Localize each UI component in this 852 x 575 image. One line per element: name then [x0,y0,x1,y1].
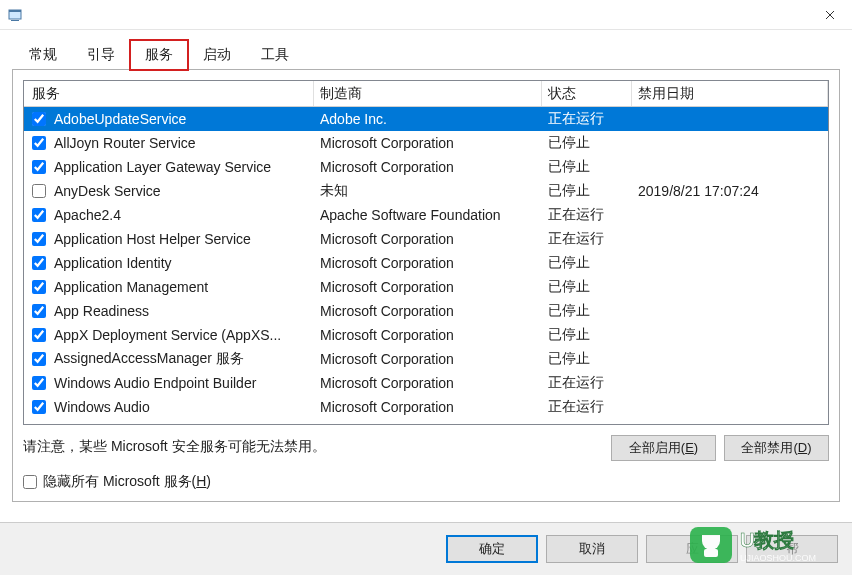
service-row[interactable]: AnyDesk Service未知已停止2019/8/21 17:07:24 [24,179,828,203]
service-status: 正在运行 [542,206,632,224]
service-status: 已停止 [542,302,632,320]
service-name: Windows Audio Endpoint Builder [48,375,314,391]
service-checkbox[interactable] [32,328,46,342]
service-checkbox[interactable] [32,160,46,174]
service-status: 已停止 [542,182,632,200]
service-status: 已停止 [542,254,632,272]
service-checkbox[interactable] [32,376,46,390]
service-checkbox[interactable] [32,136,46,150]
service-row[interactable]: App ReadinessMicrosoft Corporation已停止 [24,299,828,323]
service-row[interactable]: Application IdentityMicrosoft Corporatio… [24,251,828,275]
service-status: 已停止 [542,158,632,176]
service-status: 已停止 [542,350,632,368]
tabstrip: 常规引导服务启动工具 [0,30,852,70]
dialog-button-row: 确定 取消 应 帮 [0,522,852,575]
listview-header[interactable]: 服务 制造商 状态 禁用日期 [24,81,828,107]
hide-microsoft-label: 隐藏所有 Microsoft 服务(H) [43,473,211,491]
service-name: AppX Deployment Service (AppXS... [48,327,314,343]
service-vendor: Microsoft Corporation [314,135,542,151]
service-row[interactable]: AppX Deployment Service (AppXS...Microso… [24,323,828,347]
service-status: 正在运行 [542,110,632,128]
column-vendor[interactable]: 制造商 [314,81,542,106]
service-row[interactable]: Apache2.4Apache Software Foundation正在运行 [24,203,828,227]
titlebar [0,0,852,30]
service-status: 正在运行 [542,230,632,248]
service-status: 正在运行 [542,374,632,392]
tab-2[interactable]: 服务 [130,40,188,70]
note-text: 请注意，某些 Microsoft 安全服务可能无法禁用。 [23,435,326,456]
app-icon [8,7,24,23]
service-vendor: Microsoft Corporation [314,375,542,391]
service-status: 已停止 [542,326,632,344]
help-button[interactable]: 帮 [746,535,838,563]
service-row[interactable]: AdobeUpdateServiceAdobe Inc.正在运行 [24,107,828,131]
service-vendor: Microsoft Corporation [314,399,542,415]
service-vendor: Microsoft Corporation [314,231,542,247]
svg-rect-2 [11,20,19,21]
services-listview[interactable]: 服务 制造商 状态 禁用日期 AdobeUpdateServiceAdobe I… [23,80,829,425]
service-name: AnyDesk Service [48,183,314,199]
service-checkbox[interactable] [32,232,46,246]
service-row[interactable]: AssignedAccessManager 服务Microsoft Corpor… [24,347,828,371]
cancel-button[interactable]: 取消 [546,535,638,563]
service-checkbox[interactable] [32,112,46,126]
service-vendor: Adobe Inc. [314,111,542,127]
service-row[interactable]: AllJoyn Router ServiceMicrosoft Corporat… [24,131,828,155]
service-name: AllJoyn Router Service [48,135,314,151]
service-vendor: Microsoft Corporation [314,327,542,343]
service-checkbox[interactable] [32,352,46,366]
service-name: Application Management [48,279,314,295]
tab-panel-services: 服务 制造商 状态 禁用日期 AdobeUpdateServiceAdobe I… [12,69,840,502]
service-vendor: Apache Software Foundation [314,207,542,223]
listview-body[interactable]: AdobeUpdateServiceAdobe Inc.正在运行AllJoyn … [24,107,828,424]
service-vendor: Microsoft Corporation [314,279,542,295]
close-button[interactable] [807,0,852,30]
hide-microsoft-checkbox[interactable]: 隐藏所有 Microsoft 服务(H) [23,473,829,491]
ok-button[interactable]: 确定 [446,535,538,563]
service-vendor: Microsoft Corporation [314,255,542,271]
apply-button[interactable]: 应 [646,535,738,563]
service-vendor: 未知 [314,182,542,200]
service-name: Application Host Helper Service [48,231,314,247]
service-row[interactable]: Windows AudioMicrosoft Corporation正在运行 [24,395,828,419]
service-checkbox[interactable] [32,304,46,318]
enable-all-button[interactable]: 全部启用(E) [611,435,716,461]
service-row[interactable]: Application Host Helper ServiceMicrosoft… [24,227,828,251]
service-checkbox[interactable] [32,400,46,414]
tab-1[interactable]: 引导 [72,40,130,70]
service-checkbox[interactable] [32,184,46,198]
service-name: AssignedAccessManager 服务 [48,350,314,368]
service-checkbox[interactable] [32,256,46,270]
tab-3[interactable]: 启动 [188,40,246,70]
service-row[interactable]: Application ManagementMicrosoft Corporat… [24,275,828,299]
tab-0[interactable]: 常规 [14,40,72,70]
column-status[interactable]: 状态 [542,81,632,106]
service-status: 已停止 [542,278,632,296]
svg-rect-1 [9,10,21,12]
close-icon [825,10,835,20]
service-vendor: Microsoft Corporation [314,159,542,175]
hide-microsoft-checkbox-input[interactable] [23,475,37,489]
service-checkbox[interactable] [32,208,46,222]
service-name: AdobeUpdateService [48,111,314,127]
disable-all-button[interactable]: 全部禁用(D) [724,435,829,461]
service-name: Application Identity [48,255,314,271]
service-vendor: Microsoft Corporation [314,303,542,319]
service-vendor: Microsoft Corporation [314,351,542,367]
column-service[interactable]: 服务 [24,81,314,106]
service-checkbox[interactable] [32,280,46,294]
column-disabled-date[interactable]: 禁用日期 [632,81,828,106]
service-date: 2019/8/21 17:07:24 [632,183,828,199]
service-row[interactable]: Windows Audio Endpoint BuilderMicrosoft … [24,371,828,395]
service-name: Windows Audio [48,399,314,415]
service-status: 已停止 [542,134,632,152]
service-name: App Readiness [48,303,314,319]
service-row[interactable]: Application Layer Gateway ServiceMicroso… [24,155,828,179]
service-name: Application Layer Gateway Service [48,159,314,175]
service-name: Apache2.4 [48,207,314,223]
tab-4[interactable]: 工具 [246,40,304,70]
service-status: 正在运行 [542,398,632,416]
